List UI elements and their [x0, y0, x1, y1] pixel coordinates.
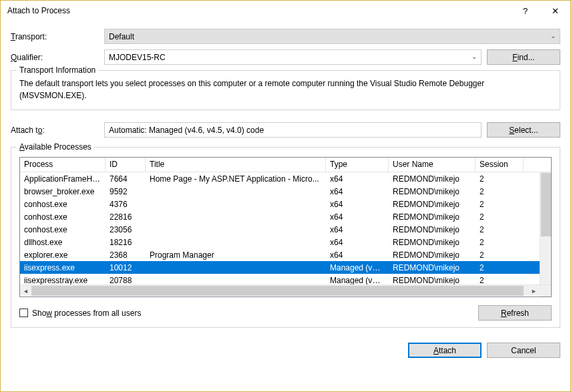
cell: 2	[475, 274, 524, 285]
cell: iisexpresstray.exe	[20, 274, 106, 285]
transport-info-group: Transport Information The default transp…	[11, 70, 560, 110]
cell: 18216	[106, 236, 146, 248]
cell: 4376	[106, 198, 146, 210]
table-row[interactable]: dllhost.exe18216x64REDMOND\mikejo2	[20, 236, 551, 248]
table-body[interactable]: ApplicationFrameHos...7664Home Page - My…	[20, 172, 551, 284]
cell: 2368	[106, 249, 146, 261]
cell: Program Manager	[146, 249, 326, 261]
table-row[interactable]: browser_broker.exe9592x64REDMOND\mikejo2	[20, 185, 551, 198]
cell: REDMOND\mikejo	[389, 236, 475, 248]
scroll-right-arrow[interactable]: ►	[528, 285, 540, 297]
scroll-left-arrow[interactable]: ◄	[20, 285, 31, 297]
cell: dllhost.exe	[20, 236, 106, 248]
cell: conhost.exe	[20, 224, 106, 236]
table-row[interactable]: conhost.exe22816x64REDMOND\mikejo2	[20, 210, 551, 223]
attach-to-label: Attach to:	[11, 126, 104, 135]
cell: x64	[326, 186, 389, 198]
cell: REDMOND\mikejo	[389, 186, 475, 198]
qualifier-value: MJODEV15-RC	[109, 53, 166, 62]
transport-label: Transport:	[11, 32, 104, 41]
checkbox-box[interactable]	[19, 309, 28, 317]
title-bar: Attach to Process ? ✕	[1, 1, 570, 21]
find-button[interactable]: Find...	[487, 49, 560, 65]
cell: explorer.exe	[20, 249, 106, 261]
cell: x64	[326, 211, 389, 223]
help-button[interactable]: ?	[510, 1, 540, 21]
transport-info-text: The default transport lets you select pr…	[19, 77, 552, 102]
chevron-down-icon: ⌄	[550, 32, 556, 39]
transport-info-legend: Transport Information	[17, 65, 98, 75]
table-row[interactable]: iisexpresstray.exe20788Managed (v4....RE…	[20, 274, 551, 284]
refresh-button[interactable]: Refresh	[478, 305, 552, 321]
cell: Home Page - My ASP.NET Application - Mic…	[146, 173, 326, 185]
attach-to-value: Automatic: Managed (v4.6, v4.5, v4.0) co…	[104, 122, 482, 138]
select-button[interactable]: Select...	[487, 122, 560, 138]
cell	[146, 203, 326, 206]
cell: x64	[326, 236, 389, 248]
col-type[interactable]: Type	[326, 158, 389, 172]
cell: x64	[326, 173, 389, 185]
available-processes-legend: Available Processes	[17, 142, 94, 152]
table-row[interactable]: explorer.exe2368Program Managerx64REDMON…	[20, 248, 551, 261]
cell: 10012	[106, 262, 146, 274]
close-button[interactable]: ✕	[540, 1, 570, 21]
cell: 2	[475, 211, 524, 223]
cell: REDMOND\mikejo	[389, 274, 475, 285]
cell: ApplicationFrameHos...	[20, 173, 106, 185]
col-process[interactable]: Process	[20, 158, 106, 172]
cell: 2	[475, 224, 524, 236]
cell: 2	[475, 249, 524, 261]
cell	[146, 241, 326, 244]
cell	[146, 190, 326, 193]
cell	[146, 279, 326, 282]
cell: 2	[475, 186, 524, 198]
scroll-corner	[540, 285, 551, 297]
table-row[interactable]: iisexpress.exe10012Managed (v4....REDMON…	[20, 261, 551, 274]
table-row[interactable]: conhost.exe23056x64REDMOND\mikejo2	[20, 223, 551, 236]
cell: browser_broker.exe	[20, 186, 106, 198]
cell: REDMOND\mikejo	[389, 249, 475, 261]
cell: x64	[326, 224, 389, 236]
scroll-thumb[interactable]	[31, 286, 524, 296]
cell: 2	[475, 236, 524, 248]
show-all-users-checkbox[interactable]: Show processes from all users	[19, 309, 141, 318]
cell: Managed (v4....	[326, 274, 389, 285]
attach-button[interactable]: Attach	[408, 343, 482, 358]
cell: 23056	[106, 224, 146, 236]
cell: Managed (v4....	[326, 262, 389, 274]
cell: REDMOND\mikejo	[389, 224, 475, 236]
vertical-scrollbar[interactable]	[540, 172, 551, 284]
qualifier-label: Qualifier:	[11, 53, 104, 62]
cell	[146, 266, 326, 269]
horizontal-scrollbar[interactable]: ◄ ►	[20, 284, 551, 296]
table-header: Process ID Title Type User Name Session	[20, 158, 551, 172]
cell: x64	[326, 198, 389, 210]
cell	[146, 216, 326, 218]
table-row[interactable]: conhost.exe4376x64REDMOND\mikejo2	[20, 198, 551, 210]
transport-value: Default	[109, 32, 134, 41]
cell: conhost.exe	[20, 211, 106, 223]
col-session[interactable]: Session	[475, 158, 524, 172]
cell: REDMOND\mikejo	[389, 262, 475, 274]
cell: 9592	[106, 186, 146, 198]
col-title[interactable]: Title	[146, 158, 326, 172]
cell: 2	[475, 262, 524, 274]
available-processes-group: Available Processes Process ID Title Typ…	[11, 147, 560, 328]
cell	[146, 228, 326, 231]
qualifier-combo[interactable]: MJODEV15-RC ⌄	[104, 49, 482, 65]
transport-combo[interactable]: Default ⌄	[104, 29, 560, 44]
window-title: Attach to Process	[7, 6, 510, 15]
col-user[interactable]: User Name	[389, 158, 475, 172]
cell: x64	[326, 249, 389, 261]
scroll-thumb[interactable]	[541, 173, 551, 236]
cell: REDMOND\mikejo	[389, 198, 475, 210]
cell: REDMOND\mikejo	[389, 211, 475, 223]
col-id[interactable]: ID	[106, 158, 146, 172]
cell: 20788	[106, 274, 146, 285]
cell: REDMOND\mikejo	[389, 173, 475, 185]
cancel-button[interactable]: Cancel	[487, 343, 560, 358]
cell: 2	[475, 198, 524, 210]
process-table[interactable]: Process ID Title Type User Name Session …	[19, 157, 552, 297]
cell: 7664	[106, 173, 146, 185]
table-row[interactable]: ApplicationFrameHos...7664Home Page - My…	[20, 172, 551, 185]
